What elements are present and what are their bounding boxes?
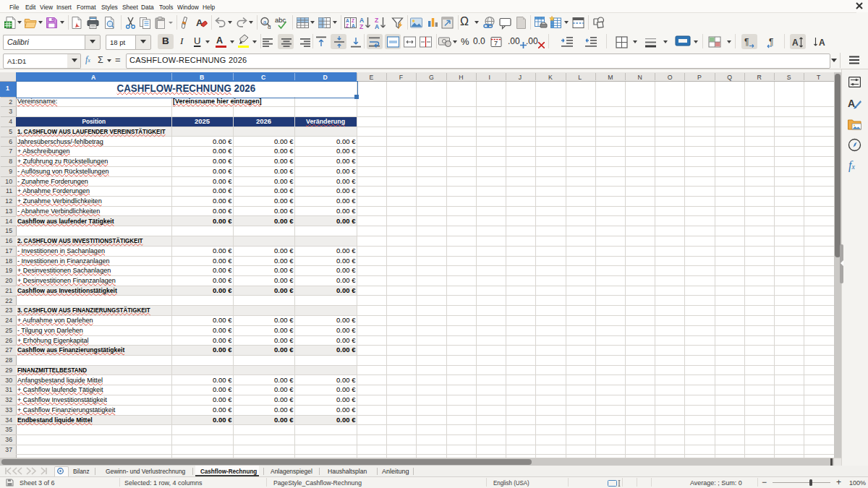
svg-text:Z: Z	[346, 22, 349, 27]
svg-text:A: A	[352, 22, 355, 27]
svg-text:A: A	[848, 98, 855, 109]
svg-text:Z: Z	[359, 22, 363, 30]
svg-text:¶: ¶	[769, 37, 773, 47]
svg-text:7: 7	[494, 40, 498, 47]
svg-text:A: A	[792, 38, 799, 48]
svg-text:¶: ¶	[744, 37, 749, 47]
svg-text:A: A	[819, 38, 825, 48]
svg-text:a: a	[263, 18, 267, 25]
svg-text:A: A	[196, 17, 203, 28]
svg-text:A: A	[375, 22, 379, 30]
svg-text:d: d	[268, 23, 271, 30]
svg-text:abc: abc	[275, 16, 286, 24]
